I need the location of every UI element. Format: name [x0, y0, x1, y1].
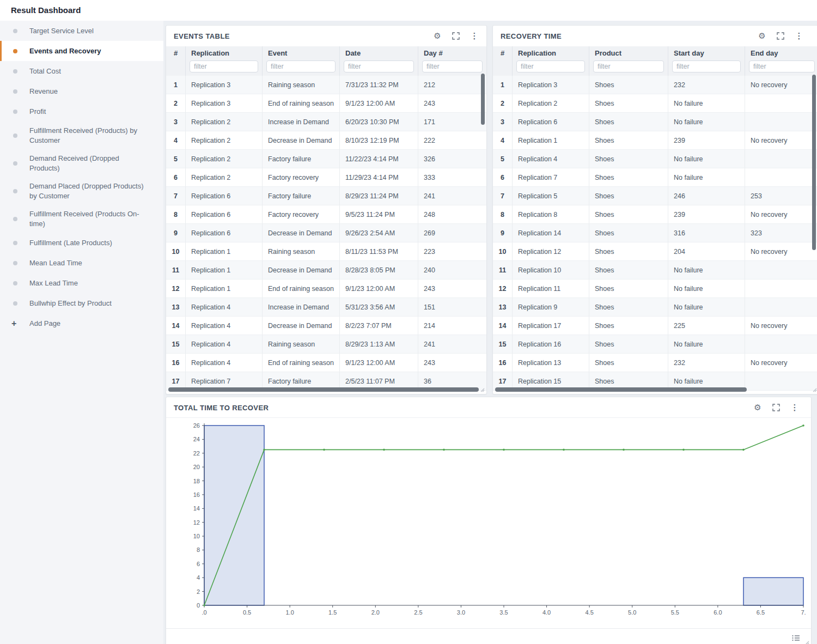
table-row[interactable]: 10Replication 1Raining season8/11/23 11:… [166, 242, 486, 261]
more-menu-button[interactable]: ⋮ [788, 401, 801, 414]
table-row[interactable]: 1Replication 3Shoes232No recovery [493, 76, 817, 94]
sidebar-item[interactable]: Fulfillment Received (Products On-time) [0, 205, 163, 233]
cell: 222 [418, 131, 486, 150]
recovery-panel-title: RECOVERY TIME [501, 32, 562, 40]
table-row[interactable]: 9Replication 6Decrease in Demand9/26/23 … [166, 224, 486, 242]
cell: Factory failure [263, 187, 340, 205]
resize-handle-icon[interactable] [812, 387, 817, 392]
add-page-button[interactable]: +Add Page [0, 313, 163, 333]
cell: 223 [418, 242, 486, 261]
more-menu-button[interactable]: ⋮ [792, 29, 806, 42]
table-row[interactable]: 16Replication 13Shoes232No recovery [493, 354, 817, 372]
filter-cell [340, 59, 418, 76]
settings-button[interactable]: ⚙ [755, 29, 769, 42]
sidebar-item[interactable]: Demand Placed (Dropped Products) by Cust… [0, 177, 163, 205]
filter-input[interactable] [672, 60, 741, 72]
cell: 11/29/23 4:14 PM [340, 168, 418, 187]
resize-handle-icon[interactable] [804, 640, 809, 644]
expand-button[interactable] [449, 29, 462, 42]
table-row[interactable]: 12Replication 1End of raining season9/1/… [166, 280, 486, 298]
cell: Replication 1 [186, 280, 263, 298]
column-header[interactable]: Day # [418, 46, 486, 59]
table-row[interactable]: 15Replication 16ShoesNo failure [493, 335, 817, 354]
events-horizontal-scrollbar[interactable] [168, 387, 479, 392]
column-header[interactable]: End day [745, 46, 817, 59]
sidebar-item[interactable]: Max Lead Time [0, 273, 163, 293]
sidebar-item[interactable]: Profit [0, 101, 163, 121]
column-header[interactable]: Event [263, 46, 340, 59]
cell: Replication 1 [513, 131, 589, 150]
table-row[interactable]: 3Replication 6ShoesNo failure [493, 113, 817, 131]
table-row[interactable]: 10Replication 12Shoes204No recovery [493, 242, 817, 261]
cell: Shoes [589, 280, 668, 298]
table-row[interactable]: 6Replication 2Factory recovery11/29/23 4… [166, 168, 486, 187]
table-row[interactable]: 14Replication 4Decrease in Demand8/2/23 … [166, 317, 486, 335]
table-row[interactable]: 8Replication 6Factory recovery9/5/23 11:… [166, 205, 486, 224]
settings-button[interactable]: ⚙ [431, 29, 444, 42]
more-menu-button[interactable]: ⋮ [468, 29, 481, 42]
table-row[interactable]: 14Replication 17Shoes225No recovery [493, 317, 817, 335]
sidebar-item-label: Target Service Level [29, 26, 99, 36]
column-header[interactable]: Product [589, 46, 668, 59]
filter-input[interactable] [749, 60, 815, 72]
table-row[interactable]: 2Replication 3End of raining season9/1/2… [166, 94, 486, 113]
sidebar-item[interactable]: Revenue [0, 81, 163, 101]
expand-button[interactable] [774, 29, 787, 42]
cell: 246 [668, 187, 745, 205]
sidebar-item[interactable]: Events and Recovery [0, 41, 163, 61]
svg-text:4.5: 4.5 [585, 609, 593, 616]
cell: 214 [418, 317, 486, 335]
table-row[interactable]: 9Replication 14Shoes316323 [493, 224, 817, 242]
cell: No failure [668, 113, 745, 131]
filter-input[interactable] [266, 60, 336, 72]
expand-button[interactable] [770, 401, 783, 414]
table-row[interactable]: 6Replication 7ShoesNo failure [493, 168, 817, 187]
table-row[interactable]: 13Replication 4Increase in Demand5/31/23… [166, 298, 486, 317]
recovery-horizontal-scrollbar[interactable] [495, 387, 747, 392]
table-row[interactable]: 5Replication 2Factory failure11/22/23 4:… [166, 150, 486, 168]
table-row[interactable]: 7Replication 5Shoes246253 [493, 187, 817, 205]
column-header[interactable]: Date [340, 46, 418, 59]
filter-cell-empty [493, 59, 513, 76]
table-row[interactable]: 2Replication 2ShoesNo failure [493, 94, 817, 113]
sidebar-item[interactable]: Mean Lead Time [0, 253, 163, 273]
table-row[interactable]: 13Replication 9ShoesNo failure [493, 298, 817, 317]
cell: 8/10/23 12:19 PM [340, 131, 418, 150]
resize-handle-icon[interactable] [480, 387, 485, 392]
table-row[interactable]: 8Replication 8Shoes239No recovery [493, 205, 817, 224]
sidebar-item[interactable]: Fulfillment (Late Products) [0, 233, 163, 253]
table-row[interactable]: 11Replication 1Decrease in Demand8/28/23… [166, 261, 486, 280]
table-row[interactable]: 16Replication 4End of raining season9/1/… [166, 354, 486, 372]
column-header[interactable]: Replication [513, 46, 589, 59]
filter-input[interactable] [344, 60, 414, 72]
table-row[interactable]: 7Replication 6Factory failure8/29/23 11:… [166, 187, 486, 205]
column-header[interactable]: Replication [186, 46, 263, 59]
row-number: 2 [166, 94, 186, 113]
table-row[interactable]: 4Replication 1Shoes239No recovery [493, 131, 817, 150]
sidebar-item[interactable]: Target Service Level [0, 21, 163, 41]
table-row[interactable]: 12Replication 11ShoesNo failure [493, 280, 817, 298]
svg-text:10: 10 [193, 533, 200, 539]
column-header[interactable]: Start day [668, 46, 745, 59]
table-row[interactable]: 5Replication 4ShoesNo failure [493, 150, 817, 168]
settings-button[interactable]: ⚙ [751, 401, 764, 414]
sidebar-item[interactable]: Bullwhip Effect by Product [0, 293, 163, 313]
row-number: 9 [493, 224, 513, 242]
table-row[interactable]: 11Replication 10ShoesNo failure [493, 261, 817, 280]
table-row[interactable]: 3Replication 2Increase in Demand6/20/23 … [166, 113, 486, 131]
events-vertical-scrollbar[interactable] [481, 74, 485, 125]
table-row[interactable]: 1Replication 3Raining season7/31/23 11:3… [166, 76, 486, 94]
row-number: 10 [493, 242, 513, 261]
legend-button[interactable] [789, 631, 802, 644]
recovery-vertical-scrollbar[interactable] [812, 75, 816, 250]
table-row[interactable]: 4Replication 2Decrease in Demand8/10/23 … [166, 131, 486, 150]
filter-input[interactable] [190, 60, 258, 72]
sidebar-item[interactable]: Total Cost [0, 61, 163, 81]
table-row[interactable]: 15Replication 4Raining season8/29/23 1:1… [166, 335, 486, 354]
sidebar-item[interactable]: Fulfillment Received (Products) by Custo… [0, 121, 163, 149]
filter-input[interactable] [422, 60, 483, 72]
filter-input[interactable] [593, 60, 664, 72]
cell: 151 [418, 298, 486, 317]
sidebar-item[interactable]: Demand Received (Dropped Products) [0, 149, 163, 177]
filter-input[interactable] [516, 60, 585, 72]
